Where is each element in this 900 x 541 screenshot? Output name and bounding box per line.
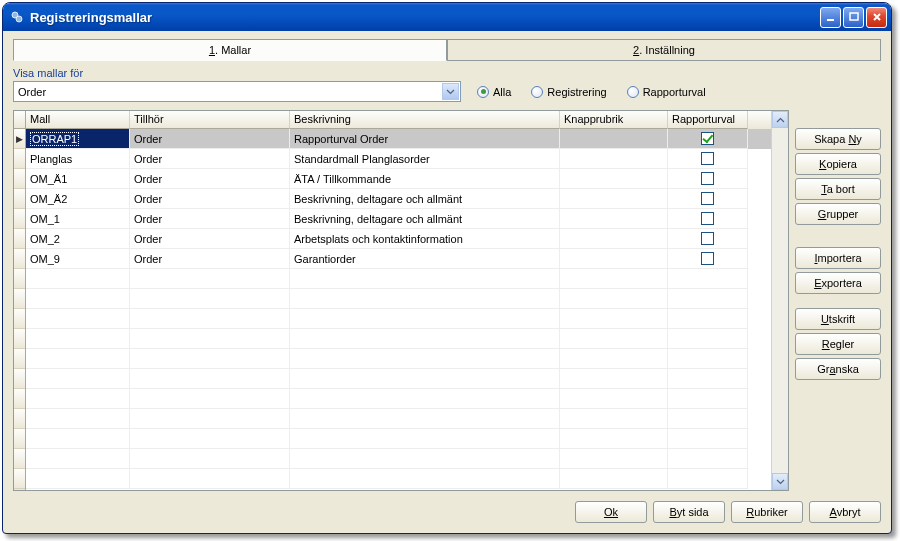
table-row[interactable]	[26, 369, 771, 389]
checkbox-icon[interactable]	[701, 212, 714, 225]
checkbox-icon[interactable]	[701, 232, 714, 245]
cell-tillhor: Order	[130, 189, 290, 209]
scroll-up-icon[interactable]	[772, 111, 788, 128]
checkbox-icon[interactable]	[701, 192, 714, 205]
cell-tillhor: Order	[130, 229, 290, 249]
row-header[interactable]	[14, 289, 25, 309]
radio-rapporturval[interactable]: Rapporturval	[627, 86, 706, 98]
row-header[interactable]: ▶	[14, 129, 25, 149]
radio-registrering[interactable]: Registrering	[531, 86, 606, 98]
cell-rapporturval[interactable]	[668, 229, 748, 249]
checkbox-icon[interactable]	[701, 152, 714, 165]
radio-dot-icon	[627, 86, 639, 98]
kopiera-button[interactable]: Kopiera	[795, 153, 881, 175]
skapa-ny-button[interactable]: Skapa Ny	[795, 128, 881, 150]
utskrift-button[interactable]: Utskrift	[795, 308, 881, 330]
row-header[interactable]	[14, 429, 25, 449]
row-header[interactable]	[14, 209, 25, 229]
filter-combo[interactable]: Order	[13, 81, 461, 102]
row-header[interactable]	[14, 409, 25, 429]
cell-rapporturval[interactable]	[668, 209, 748, 229]
row-header[interactable]	[14, 309, 25, 329]
table-row[interactable]	[26, 449, 771, 469]
filter-combo-value: Order	[18, 86, 46, 98]
table-row[interactable]	[26, 269, 771, 289]
row-header[interactable]	[14, 249, 25, 269]
vertical-scrollbar[interactable]	[771, 111, 788, 490]
col-knapprubrik[interactable]: Knapprubrik	[560, 111, 668, 129]
tab-installning[interactable]: 2. Inställning	[447, 39, 881, 61]
col-rapporturval[interactable]: Rapporturval	[668, 111, 748, 129]
table-row[interactable]	[26, 409, 771, 429]
radio-alla[interactable]: Alla	[477, 86, 511, 98]
table-row[interactable]: OM_1OrderBeskrivning, deltagare och allm…	[26, 209, 771, 229]
tab-mallar[interactable]: 1. Mallar	[13, 39, 447, 61]
minimize-button[interactable]	[820, 7, 841, 28]
table-row[interactable]	[26, 469, 771, 489]
row-header[interactable]	[14, 149, 25, 169]
cell-rapporturval[interactable]	[668, 249, 748, 269]
chevron-down-icon[interactable]	[442, 83, 459, 100]
grid-header: Mall Tillhör Beskrivning Knapprubrik Rap…	[26, 111, 771, 129]
ta-bort-button[interactable]: Ta bort	[795, 178, 881, 200]
byt-sida-button[interactable]: Byt sida	[653, 501, 725, 523]
table-row[interactable]	[26, 309, 771, 329]
ok-button[interactable]: Ok	[575, 501, 647, 523]
cell-mall: OM_Ä2	[26, 189, 130, 209]
table-row[interactable]	[26, 329, 771, 349]
table-row[interactable]: OM_Ä1OrderÄTA / Tillkommande	[26, 169, 771, 189]
row-header[interactable]	[14, 229, 25, 249]
cell-knapprubrik	[560, 249, 668, 269]
exportera-button[interactable]: Exportera	[795, 272, 881, 294]
cell-knapprubrik	[560, 149, 668, 169]
cell-tillhor: Order	[130, 169, 290, 189]
cell-mall: OM_2	[26, 229, 130, 249]
rubriker-button[interactable]: Rubriker	[731, 501, 803, 523]
row-header-gutter: ▶	[14, 111, 26, 490]
scroll-track[interactable]	[772, 128, 788, 473]
cell-tillhor: Order	[130, 209, 290, 229]
granska-button[interactable]: Granska	[795, 358, 881, 380]
col-tillhor[interactable]: Tillhör	[130, 111, 290, 129]
cell-rapporturval[interactable]	[668, 189, 748, 209]
checkbox-icon[interactable]	[701, 132, 714, 145]
cell-rapporturval[interactable]	[668, 169, 748, 189]
svg-point-1	[16, 16, 22, 22]
col-beskrivning[interactable]: Beskrivning	[290, 111, 560, 129]
cell-beskrivning: Beskrivning, deltagare och allmänt	[290, 189, 560, 209]
row-header[interactable]	[14, 469, 25, 489]
row-header[interactable]	[14, 269, 25, 289]
table-row[interactable]: PlanglasOrderStandardmall Planglasorder	[26, 149, 771, 169]
radio-dot-icon	[531, 86, 543, 98]
col-mall[interactable]: Mall	[26, 111, 130, 129]
table-row[interactable]	[26, 289, 771, 309]
close-button[interactable]	[866, 7, 887, 28]
grupper-button[interactable]: Grupper	[795, 203, 881, 225]
table-row[interactable]	[26, 429, 771, 449]
importera-button[interactable]: Importera	[795, 247, 881, 269]
row-header[interactable]	[14, 169, 25, 189]
scroll-down-icon[interactable]	[772, 473, 788, 490]
row-header[interactable]	[14, 189, 25, 209]
filter-label: Visa mallar för	[13, 67, 461, 79]
row-header[interactable]	[14, 389, 25, 409]
row-header[interactable]	[14, 449, 25, 469]
table-row[interactable]	[26, 349, 771, 369]
checkbox-icon[interactable]	[701, 172, 714, 185]
checkbox-icon[interactable]	[701, 252, 714, 265]
cell-rapporturval[interactable]	[668, 149, 748, 169]
table-row[interactable]: OM_2OrderArbetsplats och kontaktinformat…	[26, 229, 771, 249]
cell-knapprubrik	[560, 169, 668, 189]
table-row[interactable]: ORRAP1OrderRapporturval Order	[26, 129, 771, 149]
cell-tillhor: Order	[130, 149, 290, 169]
regler-button[interactable]: Regler	[795, 333, 881, 355]
table-row[interactable]: OM_Ä2OrderBeskrivning, deltagare och all…	[26, 189, 771, 209]
table-row[interactable]: OM_9OrderGarantiorder	[26, 249, 771, 269]
table-row[interactable]	[26, 389, 771, 409]
row-header[interactable]	[14, 329, 25, 349]
row-header[interactable]	[14, 369, 25, 389]
row-header[interactable]	[14, 349, 25, 369]
avbryt-button[interactable]: Avbryt	[809, 501, 881, 523]
cell-rapporturval[interactable]	[668, 129, 748, 149]
maximize-button[interactable]	[843, 7, 864, 28]
